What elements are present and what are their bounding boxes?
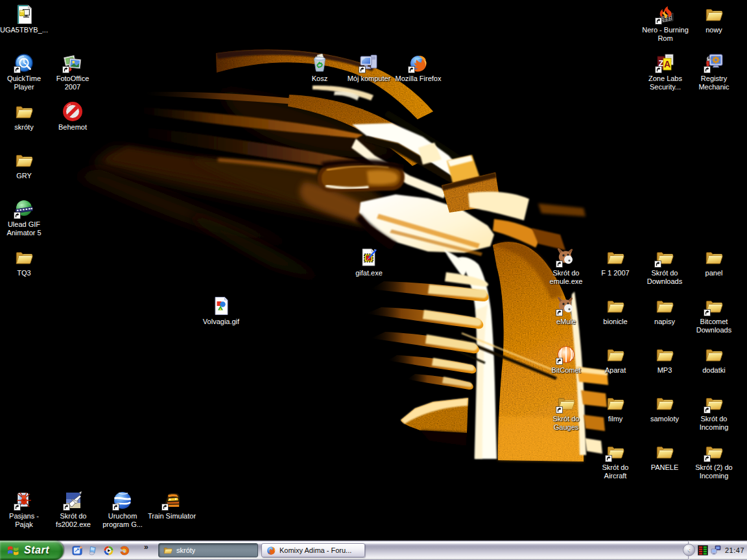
folder-icon — [556, 393, 576, 414]
icon-label: Uruchom program G... — [98, 512, 147, 529]
desktop-icon-skr-t-do-downloads[interactable]: Skrót do Downloads — [640, 247, 689, 286]
shortcut-arrow-icon — [408, 66, 415, 73]
icon-label: gifat.exe — [344, 269, 394, 277]
icon-label: bionicle — [591, 318, 640, 326]
zonelabs-icon — [655, 52, 676, 73]
desktop-icon-f-1-2007[interactable]: F 1 2007 — [591, 247, 640, 277]
desktop-icon-volvagia-gif[interactable]: Volvagia.gif — [196, 296, 246, 326]
quicktime-icon — [14, 52, 34, 73]
desktop-icon-tq3[interactable]: TQ3 — [0, 247, 49, 277]
desktop-icon-skr-t-do-emule-exe[interactable]: Skrót do emule.exe — [541, 247, 591, 286]
desktop-icon-gifat-exe[interactable]: gifat.exe — [344, 247, 394, 277]
outlook-express-icon[interactable] — [72, 545, 83, 556]
shortcut-arrow-icon — [556, 406, 563, 414]
icon-label: Ulead GIF Animator 5 — [0, 220, 49, 237]
desktop-icon-panel[interactable]: panel — [689, 247, 739, 277]
orange-swirl-icon[interactable] — [119, 545, 130, 556]
start-button[interactable]: Start — [0, 541, 64, 560]
media-player-icon[interactable] — [103, 545, 114, 556]
shortcut-arrow-icon — [14, 66, 21, 73]
quick-launch-overflow-chevron[interactable]: » — [144, 543, 153, 551]
icon-label: Pasjans - Pająk — [0, 512, 49, 529]
folder-icon — [704, 441, 724, 462]
desktop-icon-quicktime-player[interactable]: QuickTime Player — [0, 52, 49, 91]
task-button-komixy[interactable]: Komixy Adima - Foru... — [261, 543, 365, 557]
desktop-icon-gry[interactable]: GRY — [0, 150, 49, 180]
icon-label: Skrót do fs2002.exe — [49, 512, 98, 529]
folder-icon — [605, 296, 626, 316]
icon-label: Skrót do emule.exe — [541, 269, 591, 286]
desktop-icon-filmy[interactable]: filmy — [591, 393, 640, 423]
shortcut-arrow-icon — [704, 406, 711, 414]
desktop-icon-nowy[interactable]: nowy — [689, 4, 739, 34]
shortcut-arrow-icon — [654, 261, 661, 268]
desktop-icon-mp3[interactable]: MP3 — [640, 344, 689, 375]
icon-label: eMule — [541, 318, 591, 326]
gearth-icon — [112, 490, 133, 511]
desktop-icon-emule[interactable]: eMule — [541, 296, 591, 326]
desktop-icon-skr-t-2-do-incoming[interactable]: Skrót (2) do Incoming — [689, 441, 739, 480]
shortcut-arrow-icon — [359, 66, 366, 73]
folder-icon — [654, 344, 675, 365]
network-tray-icon[interactable] — [711, 545, 721, 555]
desktop-icon-kosz[interactable]: Kosz — [295, 52, 344, 83]
desktop-icon-uruchom-program-g[interactable]: Uruchom program G... — [98, 490, 147, 529]
show-desktop-icon[interactable] — [88, 545, 99, 556]
desktop-icon-skr-t-do-incoming[interactable]: Skrót do Incoming — [689, 393, 739, 432]
desktop-icon-skr-t-do-aircraft[interactable]: Skrót do Aircraft — [591, 441, 640, 480]
folder-icon — [654, 296, 675, 316]
desktop-icon-train-simulator[interactable]: Train Simulator — [147, 490, 196, 520]
icon-label: Nero - Burning Rom — [641, 26, 690, 43]
folder-icon — [14, 247, 34, 268]
folder-icon — [704, 393, 724, 414]
desktop-icon-registry-mechanic[interactable]: Registry Mechanic — [689, 52, 739, 91]
icon-label: TQ3 — [0, 269, 49, 277]
desktop-icon-bitcomet[interactable]: BitComet — [541, 344, 591, 375]
doccd-icon — [14, 4, 34, 25]
shortcut-arrow-icon — [62, 66, 69, 73]
desktop-icon-zone-labs-security[interactable]: Zone Labs Security... — [641, 52, 690, 91]
desktop-icon-uga5tbyb[interactable]: UGA5TBYB_... — [0, 4, 49, 34]
fs2002-icon — [63, 490, 84, 511]
hide-tray-icons-chevron[interactable]: ‹ — [683, 544, 695, 556]
desktop-icon-aparat[interactable]: Aparat — [591, 344, 640, 375]
shortcut-arrow-icon — [704, 455, 711, 462]
desktop-icon-nero-burning-rom[interactable]: Nero - Burning Rom — [641, 4, 690, 43]
emule-icon — [556, 247, 576, 268]
icon-label: Skrót do Aircraft — [591, 463, 640, 480]
desktop-icon-skr-t-do-gauges[interactable]: Skrót do Gauges — [541, 393, 591, 432]
desktop-icon-skr-ty[interactable]: skróty — [0, 101, 49, 132]
icon-label: MP3 — [640, 366, 689, 375]
desktop-icon-panele[interactable]: PANELE — [640, 441, 689, 472]
icon-label: Mój komputer — [344, 75, 394, 83]
traffic-meter-tray-icon[interactable] — [698, 545, 708, 555]
desktop-icon-mozilla-firefox[interactable]: Mozilla Firefox — [394, 52, 443, 83]
icon-label: Mozilla Firefox — [394, 75, 443, 83]
desktop-icon-pasjans-paj-k[interactable]: Pasjans - Pająk — [0, 490, 49, 529]
folder-icon — [654, 247, 675, 268]
desktop-icon-m-j-komputer[interactable]: Mój komputer — [344, 52, 394, 83]
desktop-icon-skr-t-do-fs2002-exe[interactable]: Skrót do fs2002.exe — [49, 490, 98, 529]
icon-label: filmy — [591, 415, 640, 423]
desktop-icon-fotooffice-2007[interactable]: FotoOffice 2007 — [48, 52, 97, 91]
desktop-icon-behemot[interactable]: Behemot — [48, 101, 97, 132]
desktop-icon-napisy[interactable]: napisy — [640, 296, 689, 326]
desktop-icon-bitcomet-downloads[interactable]: Bitcomet Downloads — [689, 296, 739, 334]
desktop-icon-dodatki[interactable]: dodatki — [689, 344, 739, 375]
desktop-icon-bionicle[interactable]: bionicle — [591, 296, 640, 326]
desktop-icon-samoloty[interactable]: samoloty — [640, 393, 689, 423]
regmech-icon — [704, 52, 724, 73]
folder-icon — [605, 344, 626, 365]
folder-icon — [14, 150, 34, 170]
icon-label: F 1 2007 — [591, 269, 640, 277]
icon-label: Train Simulator — [147, 512, 196, 520]
nero-icon — [655, 4, 676, 25]
train-icon — [161, 490, 182, 511]
desktop-icon-grid: UGA5TBYB_...Nero - Burning RomnowyQuickT… — [0, 0, 747, 541]
shortcut-arrow-icon — [556, 261, 563, 268]
icon-label: Skrót do Downloads — [640, 269, 689, 286]
task-button-skroty[interactable]: skróty — [158, 543, 258, 557]
task-button-label: Komixy Adima - Foru... — [279, 546, 351, 554]
desktop-icon-ulead-gif-animator-5[interactable]: Ulead GIF Animator 5 — [0, 198, 49, 237]
gifat-icon — [359, 247, 379, 268]
